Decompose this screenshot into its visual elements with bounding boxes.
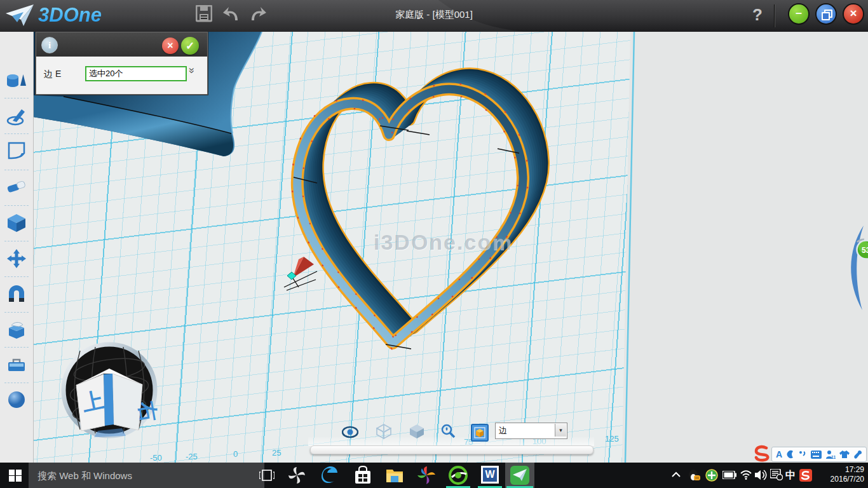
visibility-eye-button[interactable] <box>342 426 358 438</box>
dialog-confirm-button[interactable]: ✓ <box>181 37 199 55</box>
grid-boundary <box>625 32 634 463</box>
sogou-keyboard-icon[interactable] <box>811 451 822 459</box>
sogou-halfwidth-moon-icon[interactable] <box>786 450 795 459</box>
sogou-settings-wrench-icon[interactable] <box>853 450 862 459</box>
sidebar-separator <box>4 205 29 206</box>
cancel-x-icon: × <box>167 40 173 51</box>
sidebar-item-toolbox[interactable] <box>6 355 27 375</box>
sidebar-item-basic-solids[interactable] <box>6 69 27 90</box>
taskbar-app-store[interactable] <box>353 466 372 485</box>
3done-app-icon <box>510 466 529 485</box>
tray-expand-chevron[interactable] <box>672 471 681 478</box>
minimize-button[interactable]: – <box>789 4 808 24</box>
sogou-punctuation-icon[interactable] <box>799 450 806 459</box>
app-logo-plane-icon <box>4 3 35 29</box>
tray-sogou-icon[interactable] <box>799 469 812 482</box>
sidebar-item-render-sphere[interactable] <box>6 390 27 410</box>
watermark: i3DOne.com <box>374 230 512 255</box>
pick-filter-value: 边 <box>499 425 507 437</box>
direction-arrow-handle[interactable] <box>284 257 317 290</box>
taskbar-app-pinwheel-color[interactable] <box>417 466 436 485</box>
edge-selection-input[interactable] <box>85 66 187 81</box>
taskbar-search-input[interactable] <box>29 463 264 488</box>
undo-button[interactable] <box>222 5 241 23</box>
horizontal-scrollbar[interactable] <box>310 445 593 454</box>
info-icon: i <box>41 37 58 53</box>
sidebar-separator <box>4 98 29 98</box>
speed-badge-value: 53 <box>862 246 868 255</box>
tool-sidebar <box>0 32 34 463</box>
edge-selection-dialog: i × ✓ 边 E » <box>36 32 208 95</box>
titlebar-separator <box>774 4 775 27</box>
maximize-button[interactable] <box>817 4 836 24</box>
pick-filter-icon <box>472 425 487 440</box>
sogou-account-badge: 11 <box>831 455 836 459</box>
sidebar-separator <box>4 241 29 241</box>
dropdown-arrow-icon[interactable]: ▾ <box>555 424 566 437</box>
sidebar-separator <box>4 133 29 134</box>
help-button[interactable]: ? <box>752 5 763 25</box>
sidebar-item-features-cube[interactable] <box>6 213 27 233</box>
sidebar-item-eraser[interactable] <box>6 177 27 198</box>
sidebar-separator <box>4 347 29 348</box>
sidebar-separator <box>4 276 29 277</box>
tray-360-icon[interactable] <box>705 469 718 482</box>
taskbar-app-360-browser[interactable] <box>449 466 468 485</box>
pick-filter-button-active[interactable] <box>471 424 489 442</box>
tray-action-center-icon[interactable] <box>770 469 783 480</box>
word-letter: W <box>483 468 497 482</box>
zoom-tool-button[interactable] <box>440 424 456 439</box>
dialog-cancel-button[interactable]: × <box>162 37 179 54</box>
sogou-logo-icon[interactable] <box>754 445 771 463</box>
sidebar-item-move[interactable] <box>6 248 27 269</box>
sidebar-separator <box>4 312 29 313</box>
tray-qq-icon[interactable] <box>688 469 700 482</box>
start-button[interactable] <box>9 470 22 482</box>
model-viewport[interactable]: -50 -25 0 25 75 100 125 <box>33 32 868 463</box>
expand-chevron-icon[interactable]: » <box>186 67 198 73</box>
sidebar-item-sketch[interactable] <box>6 105 27 126</box>
view-cube-right-label[interactable]: 右 <box>135 399 158 424</box>
tray-clock[interactable]: 17:29 2016/7/20 <box>831 465 864 484</box>
edge-field-label: 边 E <box>44 69 61 80</box>
tray-time: 17:29 <box>831 465 864 475</box>
taskbar-app-word[interactable]: W <box>481 466 499 484</box>
tray-battery-icon[interactable] <box>722 471 736 479</box>
app-logo-text: 3DOne <box>38 4 102 27</box>
sidebar-item-edit-sketch[interactable] <box>6 140 27 161</box>
tray-wifi-icon[interactable] <box>740 470 752 480</box>
sogou-account-icon[interactable]: 11 <box>825 450 836 459</box>
sogou-ime-toolbar: A 11 <box>754 445 868 463</box>
pick-filter-dropdown[interactable]: 边 ▾ <box>495 423 567 439</box>
windows-taskbar: W 中 <box>0 463 868 488</box>
sogou-skin-shirt-icon[interactable] <box>839 450 850 459</box>
save-button[interactable] <box>196 5 212 23</box>
sogou-lang-toggle[interactable]: A <box>776 449 782 459</box>
close-icon: × <box>850 6 857 20</box>
close-button[interactable]: × <box>844 4 863 24</box>
shaded-mode-button[interactable] <box>409 424 424 439</box>
sogou-bar: A 11 <box>771 447 867 462</box>
task-view-button[interactable] <box>259 469 275 482</box>
dialog-header[interactable]: i × ✓ <box>36 32 207 57</box>
title-bar: 3DOne 家庭版 - [模型001] ? – × <box>0 0 868 32</box>
heart-model[interactable] <box>292 74 544 349</box>
window-title: 家庭版 - [模型001] <box>395 9 473 21</box>
sidebar-separator <box>4 383 29 383</box>
sidebar-item-special-features[interactable] <box>6 319 27 339</box>
sidebar-separator <box>4 170 29 170</box>
redo-button[interactable] <box>248 5 267 23</box>
tray-ime-indicator[interactable]: 中 <box>785 469 796 482</box>
tray-volume-icon[interactable] <box>755 470 768 480</box>
sidebar-item-assembly-magnet[interactable] <box>6 284 27 304</box>
speed-ball-widget[interactable]: 53 <box>851 226 868 310</box>
wireframe-mode-button[interactable] <box>376 424 391 439</box>
tray-date: 2016/7/20 <box>831 475 864 484</box>
taskbar-app-file-explorer[interactable] <box>385 466 404 485</box>
taskbar-app-3done-active[interactable] <box>505 463 534 488</box>
maximize-icon <box>822 10 831 18</box>
taskbar-app-edge[interactable] <box>320 466 339 485</box>
minimize-icon: – <box>796 6 802 20</box>
taskbar-app-pinwheel-gray[interactable] <box>287 466 306 485</box>
view-cube-navigator[interactable]: 上 右 <box>61 342 158 438</box>
